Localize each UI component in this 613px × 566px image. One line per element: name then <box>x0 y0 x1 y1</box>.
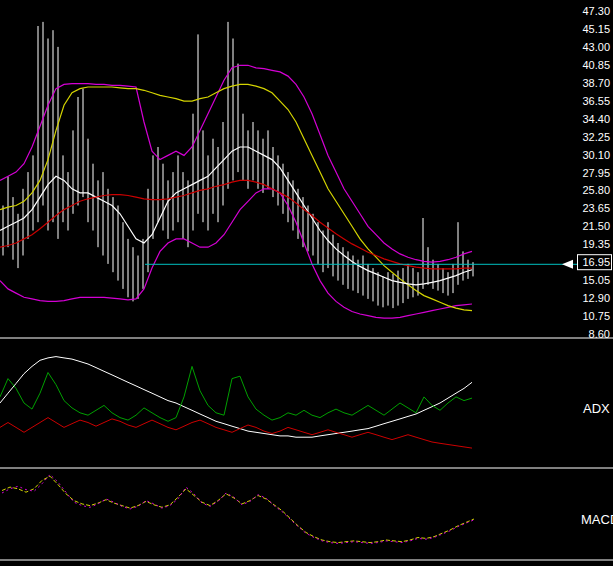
di-minus-line <box>0 418 472 449</box>
price-axis-label: 12.90 <box>582 292 610 304</box>
signal-line <box>2 475 474 544</box>
price-axis-label: 15.05 <box>582 274 610 286</box>
macd-panel-label: MACD <box>581 512 613 527</box>
ma-yellow-line <box>0 84 472 310</box>
price-axis-label: 47.30 <box>582 5 610 17</box>
price-axis-label: 27.95 <box>582 167 610 179</box>
chart-series-layer: 47.3045.1543.0040.8538.7036.5534.4032.25… <box>0 5 613 560</box>
price-axis-label: 32.25 <box>582 131 610 143</box>
adx-line <box>0 357 472 438</box>
ma-red-line <box>0 180 472 269</box>
price-axis-label: 45.15 <box>582 23 610 35</box>
price-axis-label: 40.85 <box>582 59 610 71</box>
chart-canvas[interactable]: 47.3045.1543.0040.8538.7036.5534.4032.25… <box>0 0 613 566</box>
price-axis-label: 30.10 <box>582 149 610 161</box>
price-axis-label: 10.75 <box>582 310 610 322</box>
price-axis-label: 21.50 <box>582 220 610 232</box>
trading-chart-window: 47.3045.1543.0040.8538.7036.5534.4032.25… <box>0 0 613 566</box>
price-axis-label: 8.60 <box>589 328 610 340</box>
current-price-tag[interactable]: 16.95 <box>582 256 610 268</box>
adx-panel-label: ADX <box>583 401 610 416</box>
price-axis-label: 23.65 <box>582 202 610 214</box>
price-arrow-icon <box>562 260 573 269</box>
macd-line <box>2 476 474 542</box>
price-axis-label: 19.35 <box>582 238 610 250</box>
price-axis-label: 34.40 <box>582 113 610 125</box>
price-axis-label: 25.80 <box>582 184 610 196</box>
di-plus-line <box>0 366 472 421</box>
price-axis-label: 43.00 <box>582 41 610 53</box>
price-axis-label: 36.55 <box>582 95 610 107</box>
bollinger-lower-line <box>0 189 472 318</box>
price-axis-label: 38.70 <box>582 77 610 89</box>
